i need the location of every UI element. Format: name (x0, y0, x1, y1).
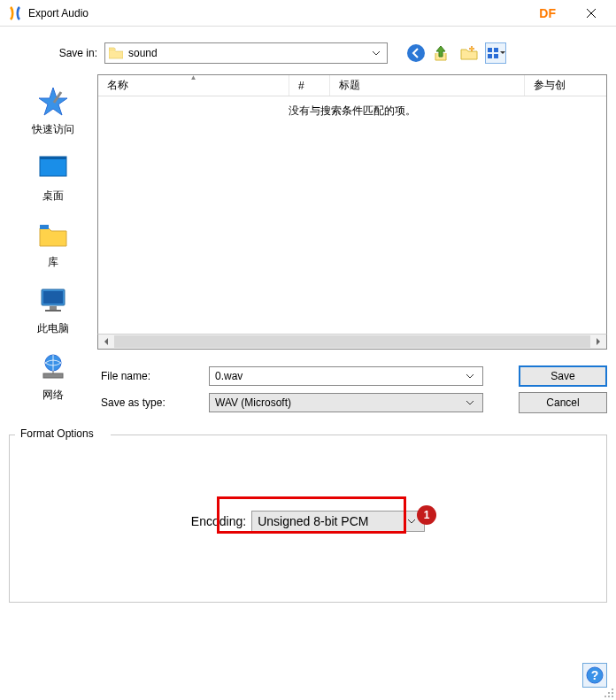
save-in-combo[interactable]: sound (104, 42, 388, 64)
df-tag: DF (539, 6, 556, 20)
svg-rect-13 (50, 306, 57, 310)
close-button[interactable] (574, 1, 609, 26)
place-label: 网络 (42, 388, 64, 403)
resize-grip[interactable] (604, 688, 614, 698)
sort-asc-icon: ▲ (190, 74, 197, 81)
chevron-down-icon (369, 50, 383, 56)
save-as-type-row: Save as type: WAV (Microsoft) Cancel (97, 392, 607, 413)
chevron-down-icon (500, 51, 505, 55)
svg-point-24 (608, 696, 610, 697)
place-label: 此电脑 (37, 321, 69, 336)
places-sidebar: 快速访问 桌面 库 此电脑 (9, 74, 97, 413)
place-quick-access[interactable]: 快速访问 (9, 78, 97, 144)
scroll-left-arrow[interactable] (98, 334, 114, 350)
new-folder-icon (460, 44, 478, 62)
annotation-badge: 1 (417, 505, 436, 525)
format-legend: Format Options (17, 427, 97, 440)
chevron-down-icon (463, 400, 477, 405)
place-label: 快速访问 (32, 122, 74, 137)
network-icon (36, 350, 70, 384)
file-list[interactable]: 名称 ▲ # 标题 参与创 没有与搜索条件匹配的项。 (97, 74, 607, 334)
svg-point-2 (407, 44, 425, 62)
save-in-value: sound (128, 47, 369, 59)
svg-text:?: ? (591, 668, 599, 682)
svg-rect-6 (488, 54, 492, 58)
encoding-label: Encoding: (191, 514, 246, 528)
empty-message: 没有与搜索条件匹配的项。 (289, 104, 416, 119)
this-pc-icon (36, 284, 70, 318)
encoding-value: Unsigned 8-bit PCM (258, 514, 404, 528)
view-menu-button[interactable] (485, 42, 506, 64)
filename-input[interactable]: 0.wav (209, 366, 483, 386)
quick-access-icon (36, 85, 70, 119)
horizontal-scrollbar[interactable] (97, 334, 607, 350)
help-icon: ? (586, 666, 604, 684)
chevron-down-icon (404, 519, 419, 524)
scroll-track[interactable] (114, 335, 590, 348)
libraries-icon (36, 218, 70, 251)
cancel-button[interactable]: Cancel (519, 392, 607, 413)
up-arrow-icon (434, 44, 451, 62)
svg-rect-9 (40, 157, 66, 159)
help-button[interactable]: ? (582, 663, 607, 688)
filename-row: File name: 0.wav Save (97, 365, 607, 387)
svg-point-23 (604, 696, 606, 697)
up-button[interactable] (432, 42, 453, 64)
save-button[interactable]: Save (519, 365, 607, 387)
svg-rect-10 (40, 225, 49, 229)
file-list-body: 没有与搜索条件匹配的项。 (98, 96, 606, 334)
svg-point-3 (471, 48, 474, 50)
titlebar: Export Audio DF (0, 0, 616, 27)
encoding-combo[interactable]: Unsigned 8-bit PCM (251, 511, 425, 532)
save-as-type-value: WAV (Microsoft) (215, 396, 463, 409)
svg-point-25 (612, 696, 613, 697)
svg-rect-12 (43, 291, 63, 304)
encoding-row: Encoding: Unsigned 8-bit PCM (10, 504, 606, 539)
view-grid-icon (487, 47, 499, 59)
svg-point-20 (612, 688, 613, 690)
folder-icon (109, 47, 123, 59)
svg-point-21 (608, 692, 610, 694)
place-libraries[interactable]: 库 (9, 211, 97, 277)
chevron-down-icon (463, 373, 477, 379)
svg-rect-8 (40, 157, 66, 176)
format-options-group: Format Options Encoding: Unsigned 8-bit … (9, 435, 607, 603)
new-folder-button[interactable] (458, 42, 480, 64)
svg-rect-16 (43, 373, 63, 378)
desktop-icon (36, 151, 70, 185)
column-number[interactable]: # (289, 75, 330, 96)
place-label: 桌面 (42, 188, 64, 204)
svg-rect-4 (488, 48, 492, 52)
svg-rect-14 (45, 310, 61, 312)
file-list-header: 名称 ▲ # 标题 参与创 (98, 75, 606, 96)
place-this-pc[interactable]: 此电脑 (9, 277, 97, 343)
svg-rect-7 (494, 54, 498, 58)
place-desktop[interactable]: 桌面 (9, 144, 97, 211)
back-arrow-icon (406, 43, 426, 63)
save-in-label: Save in: (9, 47, 104, 59)
back-button[interactable] (405, 42, 427, 64)
close-icon (586, 8, 597, 19)
svg-point-22 (612, 692, 613, 694)
save-in-row: Save in: sound (9, 35, 607, 71)
svg-rect-5 (494, 48, 498, 52)
place-network[interactable]: 网络 (9, 343, 97, 410)
filename-label: File name: (97, 370, 209, 382)
column-title[interactable]: 标题 (330, 75, 525, 96)
column-name[interactable]: 名称 ▲ (98, 75, 289, 96)
save-as-type-combo[interactable]: WAV (Microsoft) (209, 393, 483, 412)
window-title: Export Audio (28, 7, 539, 19)
place-label: 库 (48, 255, 58, 270)
app-icon (7, 5, 23, 21)
scroll-right-arrow[interactable] (590, 334, 606, 350)
save-as-type-label: Save as type: (97, 396, 209, 409)
filename-value: 0.wav (215, 370, 463, 382)
column-contributor[interactable]: 参与创 (525, 75, 606, 96)
